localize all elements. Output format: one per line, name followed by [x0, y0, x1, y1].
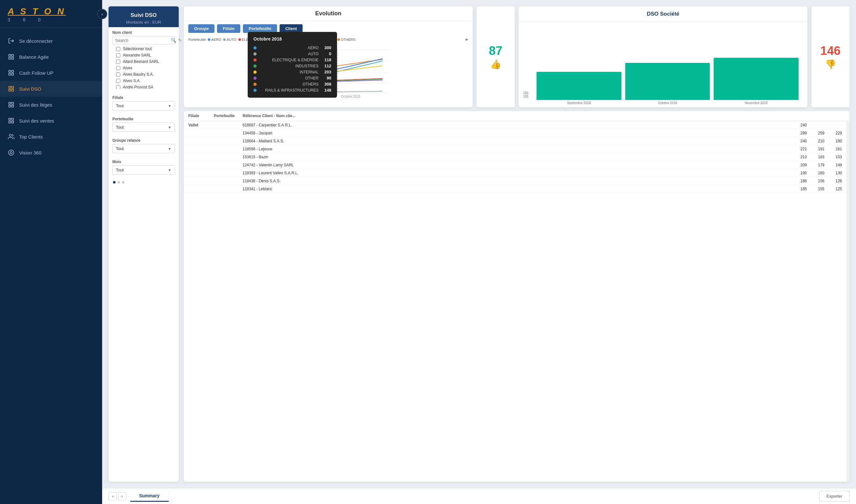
client-checkbox[interactable]	[116, 72, 120, 77]
svg-text:100: 100	[266, 82, 271, 85]
expand-icon[interactable]: ▶	[466, 37, 468, 41]
prev-page-button[interactable]: ‹	[108, 492, 117, 501]
table-card: Filiale Portefeuille Référence Client - …	[184, 111, 850, 482]
tab-portefeuille[interactable]: Portefeuille	[243, 24, 277, 33]
legend-label: INDUSTRIES	[273, 38, 295, 41]
th-col1	[796, 114, 810, 118]
legend-other: OTHER	[320, 38, 336, 41]
client-name: Alves S.A.	[123, 78, 140, 83]
td-v1: 186	[792, 179, 807, 183]
dso-score-bad-card: 146 👎	[811, 6, 850, 107]
legend-aero: AERO	[208, 38, 221, 41]
portefeuille-label: Portefeuille	[112, 117, 175, 121]
list-item[interactable]: Sélectionner tout	[112, 46, 175, 52]
y-label: 100	[523, 95, 532, 98]
td-v3: 126	[827, 179, 842, 183]
td-ref: 153615 - Bazin	[243, 155, 789, 159]
thumbs-up-icon: 👍	[490, 59, 501, 70]
list-item[interactable]: Alves Baudry S.A.	[112, 71, 175, 77]
legend-auto: AUTO	[223, 38, 236, 41]
app-logo: A S T O N	[8, 6, 94, 17]
filter-panel: Suivi DSO Montants en : EUR Nom client 🔍…	[108, 6, 179, 482]
svg-text:200: 200	[266, 71, 271, 74]
tab-summary[interactable]: Summary	[130, 491, 169, 502]
next-page-button[interactable]: ›	[118, 492, 126, 501]
svg-point-23	[10, 151, 13, 154]
list-item[interactable]: Alves	[112, 65, 175, 71]
groupe-relance-label: Groupe relance	[112, 138, 175, 143]
sidebar-item-suivi-ventes[interactable]: Suivi des ventes	[0, 113, 102, 129]
search-icon: 🔍	[171, 38, 176, 43]
td-filiale	[188, 155, 211, 159]
td-v2: 259	[810, 131, 824, 135]
table-scrollbar[interactable]	[846, 121, 850, 482]
tab-client[interactable]: Client	[280, 24, 303, 33]
filter-dots	[108, 178, 179, 187]
portefeuille-section: Portefeuille Tout ▼	[108, 114, 179, 135]
th-col2	[813, 114, 827, 118]
line-chart-svg: 400 300 200 100 0 Septembre 2018 Octobre…	[187, 43, 469, 101]
evolution-tabs: Groupe Filiale Portefeuille Client	[184, 21, 473, 36]
legend-label: Portefeuille	[188, 38, 206, 41]
search-input[interactable]	[115, 38, 169, 43]
page-nav-arrows: ‹ ›	[108, 492, 126, 501]
filiale-select[interactable]: Tout ▼	[112, 101, 175, 110]
filter-icon[interactable]: ✎	[178, 38, 182, 43]
list-item[interactable]: Andre Pruvost SA	[112, 84, 175, 89]
td-v1: 240	[792, 139, 807, 143]
td-v3: 149	[827, 163, 842, 167]
logo-text: A S T O N	[8, 6, 66, 16]
td-v3	[827, 123, 842, 127]
dot-2	[118, 181, 120, 183]
client-checkbox[interactable]	[116, 47, 120, 51]
client-search-box[interactable]: 🔍 ✎	[112, 36, 175, 44]
groupe-relance-select[interactable]: Tout ▼	[112, 144, 175, 153]
svg-rect-5	[9, 71, 11, 72]
chart-legend: Portefeuille AERO AUTO ELE	[184, 36, 473, 43]
client-checkbox[interactable]	[116, 66, 120, 70]
sidebar-item-top-clients[interactable]: Top Clients	[0, 129, 102, 145]
list-item[interactable]: Allard Besnard SARL	[112, 58, 175, 65]
svg-point-22	[8, 150, 14, 156]
td-filiale	[188, 171, 211, 175]
client-list: Sélectionner tout Alexandre SARL Allard …	[112, 44, 175, 89]
sidebar-item-cash-follow-up[interactable]: Cash Follow UP	[0, 65, 102, 81]
client-checkbox[interactable]	[116, 79, 120, 83]
sidebar-item-balance-agee[interactable]: Balance Agée	[0, 49, 102, 65]
td-v2: 183	[810, 155, 824, 159]
list-item[interactable]: Alves S.A.	[112, 77, 175, 84]
sidebar-item-top-clients-label: Top Clients	[19, 134, 43, 140]
sidebar-item-deconnecter[interactable]: Se déconnecter	[0, 33, 102, 49]
legend-label: OTHERS	[341, 38, 356, 41]
client-checkbox[interactable]	[116, 85, 120, 89]
dso-top-row: Evolution Groupe Filiale Portefeuille Cl…	[184, 6, 850, 107]
sidebar-item-vision-360[interactable]: Vision 360	[0, 145, 102, 161]
nom-client-label: Nom client	[112, 30, 175, 35]
td-portefeuille	[214, 163, 239, 167]
evolution-card: Evolution Groupe Filiale Portefeuille Cl…	[184, 6, 473, 107]
th-filiale: Filiale	[188, 114, 211, 118]
main-inner: Suivi DSO Montants en : EUR Nom client 🔍…	[102, 0, 856, 488]
svg-rect-8	[12, 73, 14, 75]
list-item[interactable]: Alexandre SARL	[112, 52, 175, 58]
svg-rect-1	[9, 55, 11, 56]
svg-rect-4	[12, 57, 14, 59]
svg-text:Octobre 2018: Octobre 2018	[341, 95, 360, 98]
td-portefeuille	[214, 179, 239, 183]
td-ref: 134458 - Jacquet	[243, 131, 789, 135]
tab-groupe[interactable]: Groupe	[188, 24, 214, 33]
bar-nov	[714, 58, 799, 100]
sidebar-collapse-button[interactable]: ‹	[97, 9, 107, 19]
mois-select[interactable]: Tout ▼	[112, 165, 175, 175]
tab-filiale[interactable]: Filiale	[217, 24, 240, 33]
clients-icon	[8, 133, 15, 140]
portefeuille-select[interactable]: Tout ▼	[112, 123, 175, 132]
td-v3: 130	[827, 171, 842, 175]
client-checkbox[interactable]	[116, 60, 120, 64]
export-button[interactable]: Exporter	[819, 491, 850, 501]
sidebar-item-suivi-litiges[interactable]: Suivi des litiges	[0, 97, 102, 113]
client-checkbox[interactable]	[116, 53, 120, 57]
sidebar-item-suivi-litiges-label: Suivi des litiges	[19, 102, 52, 108]
sidebar-item-suivi-dso[interactable]: Suivi DSO	[0, 81, 102, 97]
legend-industries: INDUSTRIES	[270, 38, 295, 41]
